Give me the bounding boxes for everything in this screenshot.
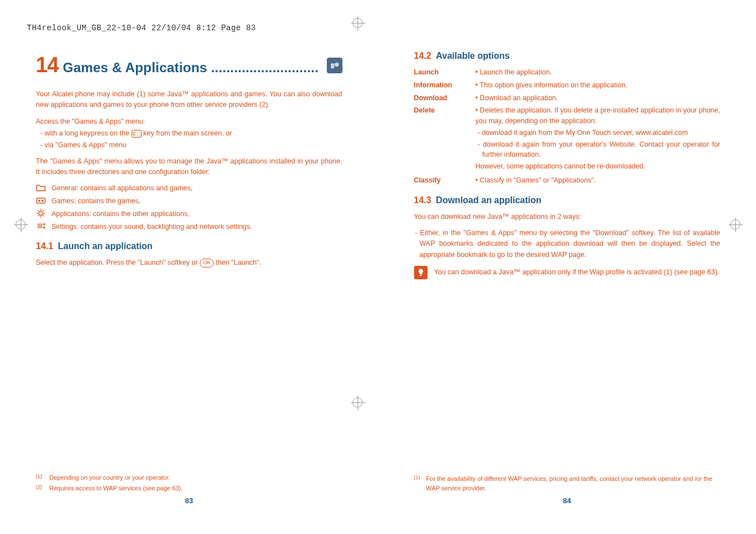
option-classify-key: Classify: [414, 175, 466, 186]
svg-point-7: [44, 227, 45, 228]
option-classify-val: • Classify in "Games" or "Applications".: [476, 175, 721, 186]
option-launch-val: • Launch the application.: [476, 67, 721, 78]
section-14-1-body: Select the application. Press the "Launc…: [36, 257, 342, 268]
page-right: 14.2 Available options Launch• Launch th…: [378, 0, 757, 534]
intro-paragraph: Your Alcatel phone may include (1) some …: [36, 89, 342, 111]
footnotes-right: (1)For the availability of different WAP…: [414, 473, 721, 494]
page-number-left: 83: [0, 495, 378, 507]
gear-icon: [36, 209, 46, 218]
access-item-1: - with a long keypress on the c key from…: [40, 128, 342, 139]
option-information-key: Information: [414, 80, 466, 91]
folder-applications-label: Applications: contains the other applica…: [51, 209, 190, 219]
option-launch-key: Launch: [414, 67, 466, 78]
download-item-1: - Either, in the "Games & Apps" menu by …: [414, 228, 721, 260]
manage-paragraph: The "Games & Apps" menu allows you to ma…: [36, 156, 342, 178]
option-delete-val: • Deletes the application. If you delete…: [476, 105, 721, 173]
option-download-val: • Download an application.: [476, 93, 721, 104]
ok-key-icon: OK: [200, 259, 214, 268]
folder-icon: [36, 183, 46, 192]
folder-games: Games: contains the games,: [36, 196, 342, 207]
option-delete-key: Delete: [414, 105, 466, 173]
footnote-2: Requires access to WAP services (see pag…: [49, 484, 182, 493]
access-item-2: - via "Games & Apps" menu: [40, 140, 342, 151]
tip-text: You can download a Java™ application onl…: [434, 267, 720, 278]
footnote-right-1: For the availability of different WAP se…: [426, 474, 720, 493]
access-lead: Access the "Games & Apps" menu:: [36, 116, 342, 127]
option-download-key: Download: [414, 93, 466, 104]
section-14-3-heading: 14.3 Download an application: [414, 194, 721, 207]
page-left: 14 Games & Applications ................…: [0, 0, 378, 534]
folder-settings: Settings: contains your sound, backlight…: [36, 222, 342, 232]
folder-applications: Applications: contains the other applica…: [36, 209, 342, 219]
section-14-1-heading: 14.1 Launch an application: [36, 240, 342, 253]
svg-point-3: [39, 200, 40, 201]
games-apps-icon: [327, 58, 342, 73]
page-number-right: 84: [378, 495, 757, 507]
footnote-1: Depending on your country or your operat…: [49, 473, 170, 483]
footnotes-left: (1)Depending on your country or your ope…: [36, 472, 342, 494]
option-information-val: • This option gives information on the a…: [476, 80, 721, 91]
folder-general: General: contains all applications and g…: [36, 183, 342, 194]
options-table: Launch• Launch the application. Informat…: [414, 67, 721, 186]
section-14-2-heading: 14.2 Available options: [414, 49, 721, 63]
games-icon: [36, 196, 46, 205]
chapter-number: 14: [36, 49, 58, 81]
svg-point-4: [42, 200, 43, 201]
chapter-title: Games & Applications ...................…: [58, 58, 326, 78]
svg-point-5: [39, 211, 43, 216]
tip-row: You can download a Java™ application onl…: [414, 266, 721, 279]
settings-icon: [36, 222, 46, 231]
chapter-heading: 14 Games & Applications ................…: [36, 49, 342, 81]
svg-point-1: [335, 62, 339, 67]
svg-rect-0: [331, 63, 334, 68]
lightbulb-icon: [414, 266, 428, 279]
folder-settings-label: Settings: contains your sound, backlight…: [51, 222, 252, 232]
download-intro: You can download new Java™ applications …: [414, 212, 721, 222]
folder-general-label: General: contains all applications and g…: [51, 183, 192, 194]
folder-games-label: Games: contains the games,: [51, 196, 140, 207]
svg-point-6: [44, 224, 45, 225]
svg-rect-2: [37, 198, 45, 203]
c-key-icon: c: [132, 130, 142, 138]
